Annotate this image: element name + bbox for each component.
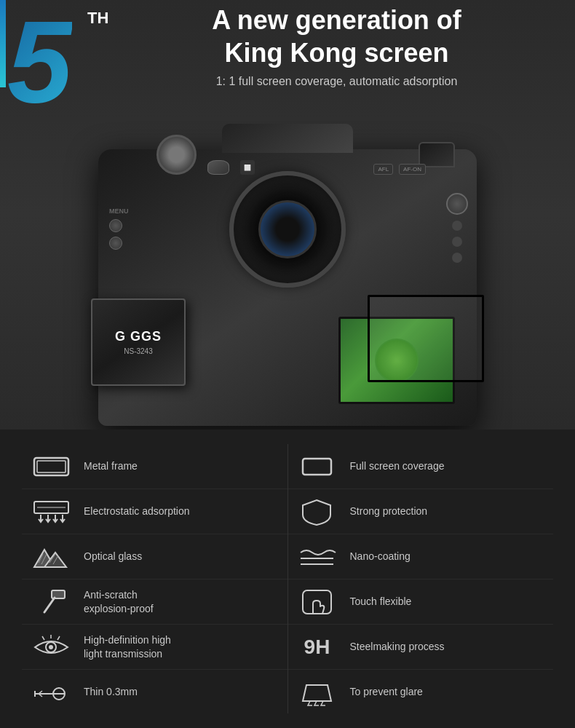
strong-protection-icon xyxy=(296,495,339,528)
feature-prevent-glare: To prevent glare xyxy=(288,670,554,714)
camera-image: ⬜ xyxy=(0,102,575,430)
touch-flexible-icon xyxy=(296,585,339,618)
feature-strong-protection: Strong protection xyxy=(288,489,554,534)
generation-number: 5 xyxy=(7,4,72,120)
blue-accent xyxy=(0,0,6,87)
feature-optical-glass: Optical glass xyxy=(22,534,288,579)
feature-nano-coating: Nano-coating xyxy=(288,534,554,579)
feature-nano-coating-label: Nano-coating xyxy=(350,550,411,563)
thin-icon xyxy=(29,676,73,708)
steelmaking-icon: 9H xyxy=(296,630,339,663)
feature-metal-frame-label: Metal frame xyxy=(84,459,138,472)
features-grid: Metal frame xyxy=(22,444,553,713)
feature-anti-scratch: Anti-scratchexplosion-proof xyxy=(22,579,288,625)
feature-electrostatic-label: Electrostatic adsorption xyxy=(84,505,190,518)
prevent-glare-icon xyxy=(296,676,339,708)
feature-electrostatic: Electrostatic adsorption xyxy=(22,489,288,534)
feature-metal-frame: Metal frame xyxy=(22,444,288,489)
optical-glass-icon xyxy=(29,540,73,573)
hd-icon xyxy=(29,630,73,663)
features-right-column: Full screen coverage Strong protection xyxy=(288,444,554,713)
product-model: NS-3243 xyxy=(124,347,152,355)
product-brand: G GGS xyxy=(115,329,162,344)
title-area: A new generation of King Kong screen 1: … xyxy=(113,4,560,88)
generation-suffix: TH xyxy=(87,9,108,28)
feature-steelmaking: 9H Steelmaking process xyxy=(288,625,554,670)
nano-coating-icon xyxy=(296,540,339,573)
feature-touch-flexible: Touch flexible xyxy=(288,579,554,625)
metal-frame-icon xyxy=(29,450,73,483)
svg-rect-20 xyxy=(303,459,331,475)
feature-hd: High-definition highlight transmission xyxy=(22,625,288,670)
feature-strong-protection-label: Strong protection xyxy=(350,505,428,518)
svg-point-13 xyxy=(49,645,53,649)
electrostatic-icon xyxy=(29,495,73,528)
feature-anti-scratch-label: Anti-scratchexplosion-proof xyxy=(84,588,154,614)
features-left-column: Metal frame xyxy=(22,444,288,713)
subtitle: 1: 1 full screen coverage, automatic ads… xyxy=(113,75,560,88)
svg-line-14 xyxy=(42,636,44,640)
feature-hd-label: High-definition highlight transmission xyxy=(84,633,171,660)
feature-thin: Thin 0.3mm xyxy=(22,670,288,714)
top-section: 5 TH A new generation of King Kong scree… xyxy=(0,0,575,430)
svg-rect-1 xyxy=(37,461,66,472)
features-section: Metal frame xyxy=(0,430,575,728)
svg-line-16 xyxy=(58,636,60,640)
anti-scratch-icon xyxy=(29,585,73,618)
feature-optical-glass-label: Optical glass xyxy=(84,550,142,563)
full-screen-icon xyxy=(296,450,339,483)
svg-line-11 xyxy=(44,598,55,612)
feature-full-screen: Full screen coverage xyxy=(288,444,554,489)
9h-label: 9H xyxy=(304,636,330,659)
feature-touch-flexible-label: Touch flexible xyxy=(350,595,412,608)
svg-marker-24 xyxy=(303,685,331,701)
title-line1: A new generation of King Kong screen xyxy=(113,4,560,69)
feature-steelmaking-label: Steelmaking process xyxy=(350,640,445,653)
feature-prevent-glare-label: To prevent glare xyxy=(350,685,423,698)
svg-rect-23 xyxy=(303,590,331,614)
feature-full-screen-label: Full screen coverage xyxy=(350,459,445,472)
feature-thin-label: Thin 0.3mm xyxy=(84,685,138,698)
